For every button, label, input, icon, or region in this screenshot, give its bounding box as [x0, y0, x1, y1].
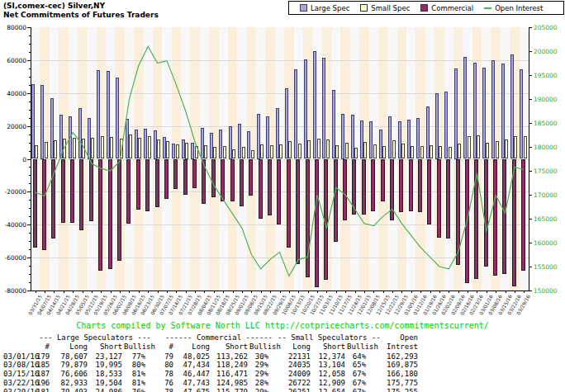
cot-table: --- Large Speculators --------- Commerci… [0, 0, 565, 392]
table-cell: 13,104 [312, 361, 345, 369]
table-cell: 79,493 [51, 388, 88, 392]
table-row-date: 03/29/16 [3, 388, 36, 392]
table-cell: 29% [249, 370, 274, 378]
table-cell: 179 [36, 352, 50, 361]
table-cell: 24035 [278, 361, 311, 369]
table-cell: 80 [155, 361, 173, 369]
table-cell: 185 [36, 361, 50, 369]
table-column-header: Short [312, 342, 345, 351]
table-cell: 65% [347, 361, 372, 369]
table-cell: 23,127 [89, 352, 122, 361]
table-cell: 118,249 [211, 361, 248, 369]
table-column-header: Long [278, 342, 311, 351]
table-cell: 30% [249, 352, 274, 361]
table-group-open: Open [373, 333, 418, 342]
table-cell: 116,471 [211, 370, 248, 378]
table-column-header: # [155, 342, 173, 351]
table-row-date: 03/15/16 [3, 370, 36, 378]
table-row-date: 03/08/16 [3, 361, 36, 369]
table-cell: 46,447 [175, 370, 210, 378]
table-group-commercial: ------ Commercial ------ [165, 333, 273, 342]
table-cell: 196 [36, 379, 50, 387]
table-cell: 113,262 [211, 352, 248, 361]
table-cell: 166,180 [373, 370, 418, 378]
table-cell: 81% [124, 379, 154, 387]
table-cell: 24009 [278, 370, 311, 378]
table-cell: 80% [124, 361, 154, 369]
cot-chart-page: { "title": { "line1": "(SI,comex-cec) Si… [0, 0, 565, 392]
table-cell: 78,607 [51, 352, 88, 361]
table-cell: 124,985 [211, 379, 248, 387]
table-column-header: Bullish [347, 342, 372, 351]
table-cell: 26251 [278, 388, 311, 392]
table-row-date: 03/01/16 [3, 352, 36, 361]
table-cell: 162,293 [373, 352, 418, 361]
table-cell: 76% [124, 388, 154, 392]
table-cell: 76,606 [51, 370, 88, 378]
table-cell: 29% [249, 361, 274, 369]
table-column-header: Bullish [249, 342, 274, 351]
table-cell: 48,025 [175, 352, 210, 361]
table-cell: 24,986 [89, 388, 122, 392]
table-cell: 12,058 [312, 370, 345, 378]
table-cell: 181 [36, 388, 50, 392]
table-cell: 67% [347, 379, 372, 387]
table-cell: 26722 [278, 379, 311, 387]
table-cell: 67% [347, 388, 372, 392]
table-cell: 67% [347, 370, 372, 378]
table-cell: 79,879 [51, 361, 88, 369]
table-cell: 81% [124, 370, 154, 378]
table-cell: 22131 [278, 352, 311, 361]
table-cell: 187 [36, 370, 50, 378]
table-cell: 175,775 [373, 379, 418, 387]
table-cell: 18,533 [89, 370, 122, 378]
table-column-header: Short [211, 342, 248, 351]
table-cell: 19,995 [89, 361, 122, 369]
table-column-header: # [36, 342, 50, 351]
table-cell: 78 [155, 388, 173, 392]
table-cell: 12,909 [312, 379, 345, 387]
table-cell: 77% [124, 352, 154, 361]
table-column-header: Intrest [373, 342, 418, 351]
table-group-small: -- Small Speculators -- [278, 333, 377, 342]
table-cell: 19,504 [89, 379, 122, 387]
table-cell: 28% [249, 379, 274, 387]
table-cell: 47,434 [175, 361, 210, 369]
table-group-large: --- Large Speculators --- [36, 333, 154, 342]
table-column-header: Long [175, 342, 210, 351]
table-cell: 78 [155, 370, 173, 378]
table-cell: 29% [249, 388, 274, 392]
table-column-header: Long [51, 342, 88, 351]
table-column-header: Bullish [124, 342, 154, 351]
table-cell: 47,743 [175, 379, 210, 387]
table-cell: 115,779 [211, 388, 248, 392]
table-row-date: 03/22/16 [3, 379, 36, 387]
table-cell: 76 [155, 379, 173, 387]
table-cell: 169,875 [373, 361, 418, 369]
table-cell: 12,374 [312, 352, 345, 361]
table-cell: 64% [347, 352, 372, 361]
table-cell: 47,675 [175, 388, 210, 392]
table-cell: 79 [155, 352, 173, 361]
table-cell: 12,654 [312, 388, 345, 392]
table-cell: 82,933 [51, 379, 88, 387]
table-column-header: Short [89, 342, 122, 351]
table-cell: 175,255 [373, 388, 418, 392]
